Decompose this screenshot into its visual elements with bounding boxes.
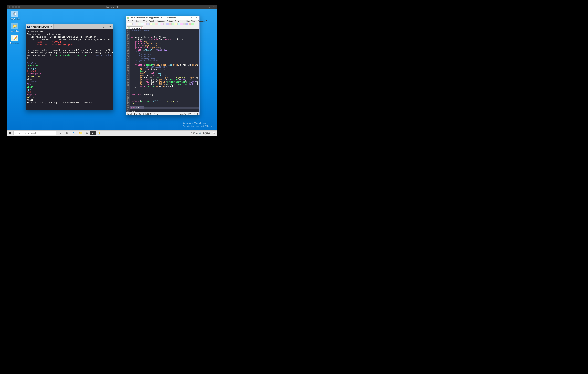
powershell-window: Windows PowerShell ✕ + ⌄ ─ ☐ ✕ On branch… <box>26 24 113 110</box>
menu-plugins[interactable]: Plugins <box>190 20 197 22</box>
minimize-button[interactable]: ─ <box>94 24 100 29</box>
explorer-icon[interactable]: 📁 <box>77 130 84 136</box>
toolbar-button[interactable] <box>147 23 149 25</box>
toolbar-button[interactable] <box>166 23 169 25</box>
toolbar-button[interactable] <box>186 23 188 25</box>
npp-statusbar: length : 1,Ln : 48 Col : 12 Sel : 0 | 0 … <box>126 112 200 115</box>
toolbar-button[interactable] <box>133 23 135 25</box>
menu-file[interactable]: File <box>127 20 131 22</box>
terminal-tabbar: Windows PowerShell ✕ + ⌄ ─ ☐ ✕ <box>26 24 113 29</box>
desktop-icon-notepadpp[interactable]: 📝 Notepad++ <box>9 35 21 44</box>
minimize-button[interactable]: ─ <box>185 16 190 19</box>
start-button[interactable] <box>7 130 13 136</box>
cortana-icon[interactable]: ○ <box>57 130 64 136</box>
terminal-taskbar-icon[interactable]: ▸ <box>90 131 96 135</box>
new-tab-button[interactable]: + <box>54 24 59 29</box>
toolbar-button[interactable] <box>152 23 155 25</box>
menu-tools[interactable]: Tools <box>174 20 179 22</box>
volume-icon[interactable]: 🔊 <box>199 132 202 134</box>
status-eol: Unix (LF) <box>179 113 189 115</box>
clock[interactable]: 8:58 PM 3/4/2020 <box>203 131 210 135</box>
toolbar-button[interactable] <box>149 23 152 25</box>
toolbar-button[interactable] <box>161 23 163 25</box>
toolbar-button[interactable] <box>138 23 141 25</box>
toolbar-button[interactable] <box>180 23 183 25</box>
notification-center-icon[interactable]: 💬 <box>211 131 216 135</box>
mail-icon[interactable]: ✉ <box>84 130 90 136</box>
npp-title: Z:\Projects\dracula-pro-snippets\sample.… <box>130 17 176 19</box>
toolbar-button[interactable] <box>158 23 160 25</box>
close-button[interactable]: ✕ <box>107 24 113 29</box>
search-box[interactable]: ⌕ Type here to search <box>13 131 56 135</box>
line-number-gutter: 1213141516171819202122232425262728293031… <box>126 29 130 112</box>
edge-icon[interactable]: ⓔ <box>71 130 77 136</box>
toolbar-button[interactable] <box>130 23 133 25</box>
toolbar-button[interactable] <box>189 23 191 25</box>
menu-view[interactable]: View <box>143 20 148 22</box>
search-placeholder: Type here to search <box>18 132 36 134</box>
tab-dropdown-icon[interactable]: ⌄ <box>59 24 63 29</box>
toolbar-button[interactable] <box>141 23 144 25</box>
notepadpp-window: Z:\Projects\dracula-pro-snippets\sample.… <box>126 16 200 115</box>
menu-macro[interactable]: Macro <box>179 20 186 22</box>
toolbar-button[interactable] <box>172 23 174 25</box>
toolbar-button[interactable] <box>183 23 186 25</box>
toolbar-button[interactable] <box>191 23 194 25</box>
file-tab[interactable]: sample.php ⊠ <box>127 26 143 29</box>
menu-?[interactable]: ? <box>205 20 207 22</box>
tab-close-icon[interactable]: ⊠ <box>141 27 142 29</box>
toolbar-button[interactable] <box>177 23 180 25</box>
toolbar-button[interactable] <box>169 23 172 25</box>
desktop-icon-recycle-bin[interactable]: 🗑 Recycle Bin <box>9 11 21 20</box>
battery-icon[interactable]: ▢ <box>193 132 195 134</box>
npp-titlebar: Z:\Projects\dracula-pro-snippets\sample.… <box>126 16 200 20</box>
menu-run[interactable]: Run <box>186 20 190 22</box>
tray-chevron-icon[interactable]: ˄ <box>191 132 192 134</box>
maximize-button[interactable]: ☐ <box>100 24 107 29</box>
menu-close-icon[interactable]: X <box>208 20 209 22</box>
maximize-button[interactable]: ☐ <box>190 16 194 19</box>
menu-search[interactable]: Search <box>136 20 143 22</box>
toolbar-button[interactable] <box>144 23 147 25</box>
windows-logo-icon <box>9 132 11 134</box>
terminal-tab[interactable]: Windows PowerShell ✕ <box>26 24 54 29</box>
close-button[interactable]: ✕ <box>195 16 199 19</box>
notepadpp-icon: 📝 <box>11 35 18 41</box>
toolbar-button[interactable] <box>155 23 158 25</box>
tab-title: Windows PowerShell <box>31 26 49 28</box>
network-icon[interactable]: 🖧 <box>196 132 198 134</box>
toolbar-button[interactable] <box>175 23 177 25</box>
file-icon <box>128 27 130 29</box>
notepadpp-taskbar-icon[interactable]: 📝 <box>96 130 102 136</box>
system-tray: ˄ ▢ 🖧 🔊 8:58 PM 3/4/2020 💬 <box>190 131 217 135</box>
vm-title: Windows 10 <box>7 6 217 8</box>
menu-window[interactable]: Window <box>198 20 205 22</box>
desktop-icon-label: Recycle Bin <box>9 18 21 20</box>
npp-editor: 1213141516171819202122232425262728293031… <box>126 29 200 112</box>
notepadpp-icon <box>127 17 129 19</box>
file-tab-label: sample.php <box>131 27 140 29</box>
menu-settings[interactable]: Settings <box>166 20 174 22</box>
toolbar-button[interactable] <box>136 23 138 25</box>
menu-language[interactable]: Language <box>157 20 166 22</box>
menu-encoding[interactable]: Encoding <box>148 20 157 22</box>
terminal-output[interactable]: On branch pro Changes not staged for com… <box>26 29 113 110</box>
code-area[interactable]: // Sample comment use AnotherClass as So… <box>130 29 200 112</box>
npp-toolbar <box>126 22 200 26</box>
tab-close-icon[interactable]: ✕ <box>50 26 52 28</box>
status-encoding: UTF-8 <box>189 113 196 115</box>
toolbar-button[interactable] <box>127 23 130 25</box>
npp-menubar: FileEditSearchViewEncodingLanguageSettin… <box>126 20 200 22</box>
desktop-icon-mac-files[interactable]: 📁 Mac Files <box>9 23 21 32</box>
status-insert: IN <box>196 113 200 115</box>
desktop-icon-label: Notepad++ <box>9 42 21 44</box>
npp-filetabs: sample.php ⊠ <box>126 26 200 29</box>
vm-titlebar: Windows 10 ⤢ ✲ <box>7 5 217 9</box>
recycle-bin-icon: 🗑 <box>11 11 18 17</box>
search-icon: ⌕ <box>15 132 16 134</box>
task-view-icon[interactable]: ⊞ <box>64 130 71 136</box>
powershell-icon <box>27 26 30 28</box>
toolbar-button[interactable] <box>163 23 166 25</box>
menu-edit[interactable]: Edit <box>131 20 136 22</box>
taskbar: ⌕ Type here to search ○ ⊞ ⓔ 📁 ✉ ▸ 📝 ˄ ▢ … <box>7 130 217 136</box>
